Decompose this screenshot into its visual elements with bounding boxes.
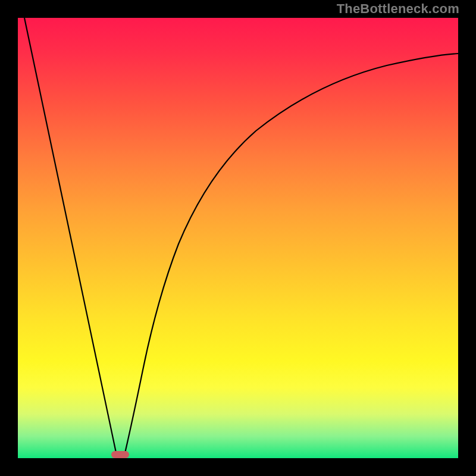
watermark-text: TheBottleneck.com (337, 1, 459, 17)
minimum-marker (111, 451, 129, 458)
bottleneck-curve (18, 18, 458, 458)
plot-area (18, 18, 458, 458)
chart-frame: TheBottleneck.com (0, 0, 476, 476)
curve-right (124, 54, 458, 458)
curve-left (24, 18, 117, 458)
